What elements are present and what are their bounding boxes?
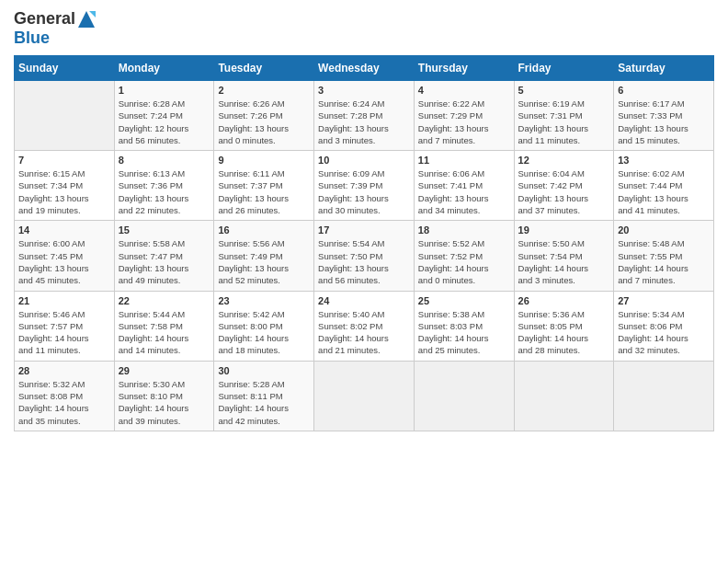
table-cell: 21Sunrise: 5:46 AMSunset: 7:57 PMDayligh… <box>15 291 115 361</box>
day-info: Sunrise: 5:46 AMSunset: 7:57 PMDaylight:… <box>18 308 110 357</box>
day-number: 7 <box>18 155 110 166</box>
day-number: 18 <box>418 224 510 236</box>
day-number: 22 <box>119 295 210 306</box>
day-number: 21 <box>18 295 110 306</box>
day-info: Sunrise: 6:26 AMSunset: 7:26 PMDaylight:… <box>218 98 310 146</box>
day-number: 15 <box>119 224 210 236</box>
table-cell: 22Sunrise: 5:44 AMSunset: 7:58 PMDayligh… <box>114 291 214 361</box>
day-number: 29 <box>119 365 210 376</box>
table-cell: 7Sunrise: 6:15 AMSunset: 7:34 PMDaylight… <box>15 151 115 221</box>
day-info: Sunrise: 6:02 AMSunset: 7:44 PMDaylight:… <box>618 167 710 216</box>
day-info: Sunrise: 5:36 AMSunset: 8:05 PMDaylight:… <box>518 308 610 357</box>
table-cell: 5Sunrise: 6:19 AMSunset: 7:31 PMDaylight… <box>514 81 614 151</box>
day-info: Sunrise: 6:28 AMSunset: 7:24 PMDaylight:… <box>119 98 210 146</box>
table-cell <box>414 361 514 431</box>
day-info: Sunrise: 6:17 AMSunset: 7:33 PMDaylight:… <box>618 98 710 146</box>
table-cell: 23Sunrise: 5:42 AMSunset: 8:00 PMDayligh… <box>214 291 314 361</box>
table-cell: 24Sunrise: 5:40 AMSunset: 8:02 PMDayligh… <box>314 291 415 361</box>
table-cell: 13Sunrise: 6:02 AMSunset: 7:44 PMDayligh… <box>614 151 714 221</box>
day-number: 25 <box>418 295 510 306</box>
day-info: Sunrise: 5:44 AMSunset: 7:58 PMDaylight:… <box>119 308 210 357</box>
table-cell: 12Sunrise: 6:04 AMSunset: 7:42 PMDayligh… <box>514 151 614 221</box>
day-number: 9 <box>218 155 310 166</box>
day-number: 16 <box>218 224 310 236</box>
day-info: Sunrise: 5:40 AMSunset: 8:02 PMDaylight:… <box>318 308 410 357</box>
day-info: Sunrise: 6:19 AMSunset: 7:31 PMDaylight:… <box>518 98 610 146</box>
logo-icon <box>77 10 96 29</box>
table-cell: 20Sunrise: 5:48 AMSunset: 7:55 PMDayligh… <box>614 221 714 291</box>
table-cell: 8Sunrise: 6:13 AMSunset: 7:36 PMDaylight… <box>114 151 214 221</box>
table-cell: 10Sunrise: 6:09 AMSunset: 7:39 PMDayligh… <box>314 151 415 221</box>
day-info: Sunrise: 5:56 AMSunset: 7:49 PMDaylight:… <box>218 237 310 286</box>
day-header-tuesday: Tuesday <box>214 56 314 81</box>
day-info: Sunrise: 5:30 AMSunset: 8:10 PMDaylight:… <box>119 378 210 427</box>
day-header-sunday: Sunday <box>15 56 115 81</box>
day-info: Sunrise: 6:13 AMSunset: 7:36 PMDaylight:… <box>119 167 210 216</box>
day-number: 14 <box>18 224 110 236</box>
day-number: 3 <box>318 85 410 96</box>
day-info: Sunrise: 5:48 AMSunset: 7:55 PMDaylight:… <box>618 237 710 286</box>
day-info: Sunrise: 5:32 AMSunset: 8:08 PMDaylight:… <box>18 378 110 427</box>
day-number: 19 <box>518 224 610 236</box>
day-info: Sunrise: 5:58 AMSunset: 7:47 PMDaylight:… <box>119 237 210 286</box>
day-info: Sunrise: 5:54 AMSunset: 7:50 PMDaylight:… <box>318 237 410 286</box>
table-cell: 25Sunrise: 5:38 AMSunset: 8:03 PMDayligh… <box>414 291 514 361</box>
day-number: 27 <box>618 295 710 306</box>
day-info: Sunrise: 5:34 AMSunset: 8:06 PMDaylight:… <box>618 308 710 357</box>
day-number: 17 <box>318 224 410 236</box>
table-cell: 1Sunrise: 6:28 AMSunset: 7:24 PMDaylight… <box>114 81 214 151</box>
logo: GeneralBlue <box>14 9 96 48</box>
day-info: Sunrise: 5:42 AMSunset: 8:00 PMDaylight:… <box>218 308 310 357</box>
day-info: Sunrise: 6:15 AMSunset: 7:34 PMDaylight:… <box>18 167 110 216</box>
table-cell: 29Sunrise: 5:30 AMSunset: 8:10 PMDayligh… <box>114 361 214 431</box>
table-cell: 27Sunrise: 5:34 AMSunset: 8:06 PMDayligh… <box>614 291 714 361</box>
day-info: Sunrise: 6:00 AMSunset: 7:45 PMDaylight:… <box>18 237 110 286</box>
day-number: 5 <box>518 85 610 96</box>
table-cell <box>614 361 714 431</box>
table-cell: 28Sunrise: 5:32 AMSunset: 8:08 PMDayligh… <box>15 361 115 431</box>
table-cell: 19Sunrise: 5:50 AMSunset: 7:54 PMDayligh… <box>514 221 614 291</box>
day-number: 2 <box>218 85 310 96</box>
day-number: 23 <box>218 295 310 306</box>
table-cell: 11Sunrise: 6:06 AMSunset: 7:41 PMDayligh… <box>414 151 514 221</box>
day-header-thursday: Thursday <box>414 56 514 81</box>
day-info: Sunrise: 6:06 AMSunset: 7:41 PMDaylight:… <box>418 167 510 216</box>
table-cell: 18Sunrise: 5:52 AMSunset: 7:52 PMDayligh… <box>414 221 514 291</box>
table-cell: 26Sunrise: 5:36 AMSunset: 8:05 PMDayligh… <box>514 291 614 361</box>
day-info: Sunrise: 6:09 AMSunset: 7:39 PMDaylight:… <box>318 167 410 216</box>
table-cell: 6Sunrise: 6:17 AMSunset: 7:33 PMDaylight… <box>614 81 714 151</box>
table-cell <box>314 361 415 431</box>
day-number: 26 <box>518 295 610 306</box>
day-header-monday: Monday <box>114 56 214 81</box>
day-number: 13 <box>618 155 710 166</box>
day-number: 20 <box>618 224 710 236</box>
table-cell: 16Sunrise: 5:56 AMSunset: 7:49 PMDayligh… <box>214 221 314 291</box>
day-number: 24 <box>318 295 410 306</box>
table-cell: 30Sunrise: 5:28 AMSunset: 8:11 PMDayligh… <box>214 361 314 431</box>
table-cell: 9Sunrise: 6:11 AMSunset: 7:37 PMDaylight… <box>214 151 314 221</box>
day-info: Sunrise: 6:24 AMSunset: 7:28 PMDaylight:… <box>318 98 410 146</box>
table-cell: 14Sunrise: 6:00 AMSunset: 7:45 PMDayligh… <box>15 221 115 291</box>
table-cell: 17Sunrise: 5:54 AMSunset: 7:50 PMDayligh… <box>314 221 415 291</box>
day-header-saturday: Saturday <box>614 56 714 81</box>
day-number: 8 <box>119 155 210 166</box>
calendar-table: SundayMondayTuesdayWednesdayThursdayFrid… <box>14 55 714 431</box>
day-number: 6 <box>618 85 710 96</box>
day-number: 4 <box>418 85 510 96</box>
day-number: 11 <box>418 155 510 166</box>
header: GeneralBlue <box>14 9 714 48</box>
table-cell: 15Sunrise: 5:58 AMSunset: 7:47 PMDayligh… <box>114 221 214 291</box>
table-cell: 4Sunrise: 6:22 AMSunset: 7:29 PMDaylight… <box>414 81 514 151</box>
day-info: Sunrise: 6:22 AMSunset: 7:29 PMDaylight:… <box>418 98 510 146</box>
day-info: Sunrise: 5:38 AMSunset: 8:03 PMDaylight:… <box>418 308 510 357</box>
logo-blue: Blue <box>14 29 50 48</box>
day-number: 10 <box>318 155 410 166</box>
day-info: Sunrise: 5:52 AMSunset: 7:52 PMDaylight:… <box>418 237 510 286</box>
day-number: 1 <box>119 85 210 96</box>
table-cell: 2Sunrise: 6:26 AMSunset: 7:26 PMDaylight… <box>214 81 314 151</box>
day-header-wednesday: Wednesday <box>314 56 415 81</box>
table-cell: 3Sunrise: 6:24 AMSunset: 7:28 PMDaylight… <box>314 81 415 151</box>
day-info: Sunrise: 5:28 AMSunset: 8:11 PMDaylight:… <box>218 378 310 427</box>
day-info: Sunrise: 6:04 AMSunset: 7:42 PMDaylight:… <box>518 167 610 216</box>
day-number: 28 <box>18 365 110 376</box>
